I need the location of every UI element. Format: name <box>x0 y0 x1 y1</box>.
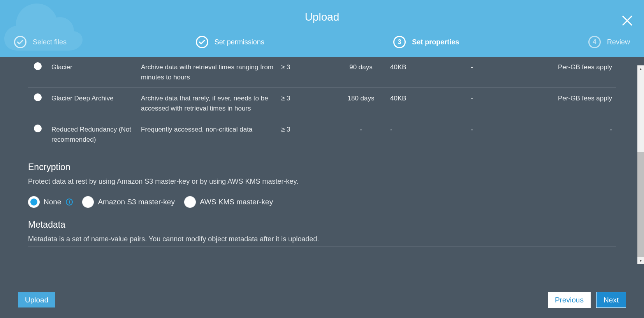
encryption-option-none[interactable]: None i <box>28 196 73 208</box>
modal-header: Upload Select files Set permissions <box>0 0 644 57</box>
step-number-icon: 3 <box>393 36 406 48</box>
storage-monitoring: - <box>445 88 503 119</box>
storage-monitoring: - <box>445 119 503 150</box>
step-label: Set permissions <box>215 38 264 46</box>
encryption-label: AWS KMS master-key <box>200 198 273 206</box>
encryption-title: Encryption <box>28 162 616 172</box>
info-icon[interactable]: i <box>66 199 73 206</box>
encryption-options: None i Amazon S3 master-key AWS KMS mast… <box>28 196 616 208</box>
step-number-icon: 4 <box>588 36 601 48</box>
step-label: Set properties <box>412 38 459 46</box>
storage-description: Archive data that rarely, if ever, needs… <box>141 88 281 119</box>
metadata-title: Metadata <box>28 220 616 230</box>
modal-title: Upload <box>0 0 644 32</box>
storage-zones: ≥ 3 <box>281 57 336 88</box>
storage-retrieval: - <box>503 119 616 150</box>
table-row: Reduced Redundancy (Not recommended) Fre… <box>28 119 616 150</box>
scroll-down-icon[interactable]: ▾ <box>640 257 642 264</box>
scrollbar[interactable]: ▴ ▾ <box>637 65 644 264</box>
modal-footer: Upload Previous Next <box>0 283 644 318</box>
storage-class-table: Glacier Archive data with retrieval time… <box>28 57 616 150</box>
encryption-option-s3-master-key[interactable]: Amazon S3 master-key <box>82 196 174 208</box>
storage-min-duration: 180 days <box>336 88 390 119</box>
storage-name: Glacier <box>51 57 141 88</box>
next-button[interactable]: Next <box>596 292 626 308</box>
metadata-text: Metadata is a set of name-value pairs. Y… <box>28 234 616 244</box>
radio-icon <box>82 196 94 208</box>
storage-zones: ≥ 3 <box>281 88 336 119</box>
scroll-up-icon[interactable]: ▴ <box>640 65 642 72</box>
scrollbar-track[interactable] <box>637 72 644 257</box>
step-select-files[interactable]: Select files <box>14 36 67 48</box>
step-set-permissions[interactable]: Set permissions <box>196 36 264 48</box>
check-icon <box>196 36 208 48</box>
wizard-steps: Select files Set permissions 3 Set prope… <box>0 32 644 51</box>
storage-radio-glacier[interactable] <box>34 62 42 70</box>
divider <box>28 246 616 246</box>
close-button[interactable] <box>621 15 633 26</box>
step-set-properties[interactable]: 3 Set properties <box>393 36 459 48</box>
table-row: Glacier Deep Archive Archive data that r… <box>28 88 616 119</box>
step-label: Review <box>607 38 630 46</box>
storage-zones: ≥ 3 <box>281 119 336 150</box>
storage-min-size: 40KB <box>390 57 445 88</box>
storage-min-size: 40KB <box>390 88 445 119</box>
modal-content: Glacier Archive data with retrieval time… <box>0 57 644 283</box>
storage-min-duration: 90 days <box>336 57 390 88</box>
upload-modal: Upload Select files Set permissions <box>0 0 644 318</box>
encryption-option-kms-master-key[interactable]: AWS KMS master-key <box>184 196 273 208</box>
step-review[interactable]: 4 Review <box>588 36 630 48</box>
encryption-text: Protect data at rest by using Amazon S3 … <box>28 176 616 187</box>
previous-button[interactable]: Previous <box>548 292 591 308</box>
storage-radio-reduced-redundancy[interactable] <box>34 125 42 132</box>
storage-retrieval: Per-GB fees apply <box>503 88 616 119</box>
storage-min-duration: - <box>336 119 390 150</box>
radio-icon <box>184 196 196 208</box>
storage-description: Frequently accessed, non-critical data <box>141 119 281 150</box>
radio-icon <box>28 196 40 208</box>
storage-name: Reduced Redundancy (Not recommended) <box>51 119 141 150</box>
table-row: Glacier Archive data with retrieval time… <box>28 57 616 88</box>
step-label: Select files <box>33 38 67 46</box>
encryption-label: Amazon S3 master-key <box>98 198 174 206</box>
storage-name: Glacier Deep Archive <box>51 88 141 119</box>
scrollbar-thumb[interactable] <box>637 152 644 257</box>
storage-description: Archive data with retrieval times rangin… <box>141 57 281 88</box>
upload-button[interactable]: Upload <box>18 292 55 307</box>
storage-monitoring: - <box>445 57 503 88</box>
check-icon <box>14 36 26 48</box>
storage-radio-glacier-deep[interactable] <box>34 93 42 101</box>
storage-min-size: - <box>390 119 445 150</box>
encryption-label: None <box>44 198 61 206</box>
storage-retrieval: Per-GB fees apply <box>503 57 616 88</box>
